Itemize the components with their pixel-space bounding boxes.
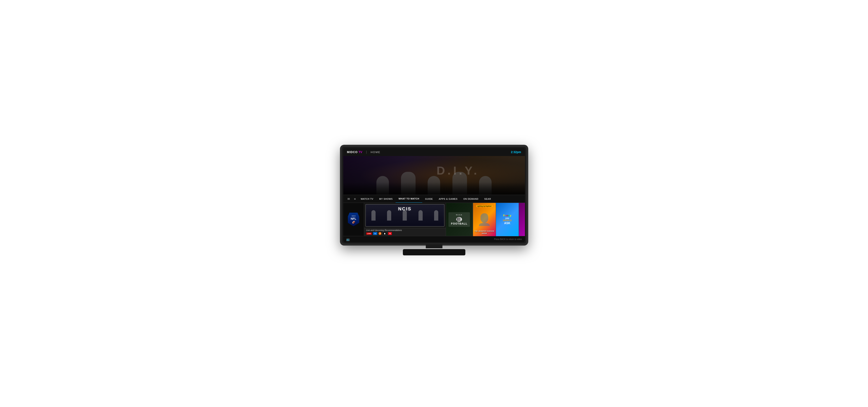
ncaa-helmet-icon — [455, 216, 463, 222]
brand-midco: MIDCO — [347, 150, 358, 154]
tv-bezel: MIDCOTV | HOME 2:32pm — [340, 145, 528, 245]
hero-overlay — [343, 182, 525, 195]
jennifer-label-box: Lighting Up Daytime! — [474, 204, 495, 208]
source-netflix-icon[interactable]: N — [388, 232, 392, 235]
funny-line1: Funny — [503, 214, 512, 217]
nav-what-to-watch[interactable]: WHAT TO WATCH — [396, 195, 422, 203]
ncaa-football-label: FOOTBALL — [451, 222, 467, 225]
brand-tv: TV — [359, 150, 362, 154]
tv-stand-base — [403, 249, 465, 255]
nav-guide[interactable]: GUIDE — [422, 195, 436, 203]
nav-my-shows[interactable]: MY SHOWS — [376, 195, 396, 203]
tv-unit: MIDCOTV | HOME 2:32pm — [340, 145, 528, 262]
hero-banner: D.I.Y. — [343, 156, 525, 195]
nfl-logo: ★ ★ ★ NFL 🏈 — [348, 213, 359, 226]
source-tv-icon[interactable]: tv — [373, 232, 377, 235]
nfl-football-icon: 🏈 — [352, 221, 355, 224]
tv-status-icon: 📺 — [346, 238, 350, 241]
brand-logo: MIDCOTV — [347, 150, 363, 154]
ncis-overlay: NCIS — [366, 205, 444, 213]
header-page-title: HOME — [371, 151, 380, 154]
svg-rect-2 — [457, 220, 461, 221]
ncaa-panel[interactable]: NCAA FOOTBALL — [446, 203, 473, 236]
ncis-title: NCIS — [398, 206, 412, 212]
funny-you-text: you — [503, 217, 512, 219]
funny-title: Funny you SHOULD ASK — [501, 213, 513, 227]
funny-y: y — [510, 214, 511, 217]
funny-you-should-ask-show[interactable]: Funny you SHOULD ASK — [496, 203, 519, 236]
back-hint: Press BACK to return to video — [494, 238, 522, 240]
nav-search[interactable]: SEAR — [482, 195, 494, 203]
tv-stand-neck — [426, 244, 442, 248]
tv-stand — [403, 244, 465, 262]
lighting-badge: Lighting Up Daytime! — [476, 205, 492, 207]
header-divider: | — [366, 150, 367, 154]
nfl-label: NFL — [350, 217, 356, 220]
center-panel: NCIS ▶ Live and Upcoming Recommendations… — [364, 203, 446, 236]
nav-watch-tv[interactable]: WATCH TV — [358, 195, 376, 203]
nav-apps-games[interactable]: APPS & GAMES — [436, 195, 460, 203]
header-left: MIDCOTV | HOME — [347, 150, 380, 154]
jennifer-show-name: THE JENNIFER HUDSON SHOW — [474, 230, 495, 234]
content-row: ★ ★ ★ NFL 🏈 — [343, 203, 525, 236]
funny-ask-text: ASK — [503, 222, 512, 225]
header-time: 2:32pm — [511, 150, 521, 154]
jennifer-name-label: THE JENNIFER HUDSON SHOW — [474, 230, 495, 234]
recommendation-sources: LIVE tv ↺ ▦ N — [366, 232, 444, 235]
live-badge: LIVE — [366, 232, 372, 235]
partial-show — [519, 203, 525, 236]
source-replay-icon[interactable]: ↺ — [378, 232, 381, 235]
ncaa-logo: NCAA FOOTBALL — [448, 212, 470, 227]
funny-bg: Funny you SHOULD ASK — [496, 203, 519, 236]
hero-diy-text: D.I.Y. — [437, 164, 479, 177]
jennifer-figure-icon: 👤 — [477, 213, 492, 226]
nfl-panel[interactable]: ★ ★ ★ NFL 🏈 — [343, 203, 364, 236]
status-bar: 📺 Press BACK to return to video — [343, 236, 525, 242]
nav-on-demand[interactable]: ON DEMAND — [460, 195, 481, 203]
recommendation-bar: Live and Upcoming Recommendations LIVE t… — [364, 228, 446, 236]
navbar: ✉ ≡ WATCH TV MY SHOWS WHAT TO WATCH GUID… — [343, 195, 525, 203]
ncaa-label: NCAA — [456, 214, 462, 216]
source-vod-icon[interactable]: ▦ — [383, 232, 387, 235]
screen: MIDCOTV | HOME 2:32pm — [343, 148, 525, 242]
menu-icon[interactable]: ≡ — [352, 197, 358, 200]
recommendation-title: Live and Upcoming Recommendations — [366, 229, 444, 231]
email-icon[interactable]: ✉ — [345, 197, 352, 200]
jennifer-hudson-show[interactable]: 👤 Lighting Up Daytime! THE JENNIFER HUDS… — [473, 203, 496, 236]
featured-show-ncis[interactable]: NCIS ▶ — [365, 204, 444, 227]
nfl-stars: ★ ★ ★ — [352, 215, 355, 217]
header: MIDCOTV | HOME 2:32pm — [343, 148, 525, 156]
